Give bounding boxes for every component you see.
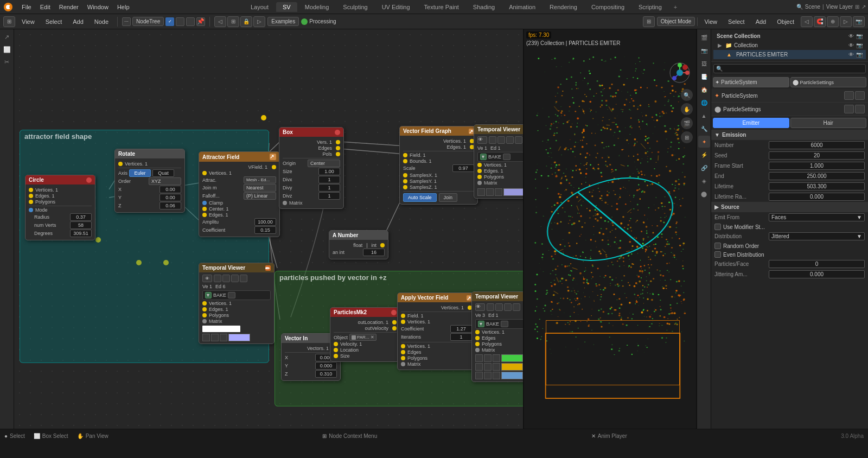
- tv3-color-blue[interactable]: [501, 372, 523, 379]
- tv2-eye[interactable]: 👁: [477, 136, 487, 144]
- viewport-snap[interactable]: 🧲: [814, 16, 826, 27]
- tv2-col-btn3[interactable]: [495, 188, 502, 196]
- rotate-node[interactable]: Rotate Vertices. 1 Axis Euler Quat Order…: [114, 149, 185, 213]
- sidebar-select[interactable]: ↗: [2, 31, 12, 42]
- tab-rendering[interactable]: Rendering: [543, 2, 584, 12]
- menu-window[interactable]: Window: [83, 2, 113, 12]
- tv3-btn2[interactable]: [495, 303, 503, 311]
- tv3-bake-btn[interactable]: [501, 321, 508, 327]
- tv3-btn4[interactable]: [513, 303, 520, 311]
- tab-sv[interactable]: SV: [276, 2, 297, 12]
- random-order-checkbox[interactable]: [714, 243, 721, 249]
- source-section-title[interactable]: ▶ Source: [711, 202, 868, 212]
- toolbar-select[interactable]: Select: [41, 17, 67, 27]
- node-editor[interactable]: attractor field shape Circle Vertices. 1…: [14, 29, 523, 429]
- pmk2-close[interactable]: [391, 310, 397, 315]
- prop-search-input[interactable]: 🔍: [713, 64, 866, 73]
- tv3-col-btn5[interactable]: [484, 363, 492, 371]
- viewport-nav-1[interactable]: ◁: [801, 16, 813, 27]
- nav-left[interactable]: ◁: [214, 16, 226, 27]
- rpanel-scene[interactable]: 🎬: [698, 31, 710, 43]
- tab-shading[interactable]: Shading: [467, 2, 501, 12]
- link-icon[interactable]: [176, 17, 184, 26]
- rpanel-material[interactable]: ⬤: [698, 188, 710, 200]
- coll-expand[interactable]: ▶: [717, 42, 723, 48]
- examples-btn[interactable]: Examples: [267, 17, 299, 26]
- tv1-col-btn1[interactable]: [202, 334, 210, 341]
- tv1-btn3[interactable]: [231, 275, 239, 282]
- tv3-col-btn9[interactable]: [493, 372, 500, 379]
- rpanel-output[interactable]: 🖼: [698, 58, 710, 69]
- a-number-node[interactable]: A Number float | int an int 16: [329, 230, 388, 259]
- tv2-col-btn1[interactable]: [477, 188, 485, 196]
- tv3-col-btn2[interactable]: [484, 354, 492, 362]
- rpanel-object[interactable]: ▲: [698, 110, 710, 122]
- pset-new-btn[interactable]: [844, 105, 854, 113]
- rpanel-physics[interactable]: ⚡: [698, 149, 710, 161]
- rpanel-particle[interactable]: ✦: [698, 136, 710, 148]
- tv3-color-green[interactable]: [501, 354, 523, 362]
- box-close[interactable]: [335, 130, 340, 135]
- viewport-camera[interactable]: 📷: [853, 16, 865, 27]
- particles-emiter-row[interactable]: ▲ PARTICLES EMITER 👁 📷: [713, 50, 866, 59]
- tv1-edit-icon[interactable]: ✏: [265, 265, 271, 271]
- tab-layout[interactable]: Layout: [244, 2, 275, 12]
- nav-camera-view[interactable]: 🎬: [681, 117, 693, 129]
- tv2-btn4[interactable]: [515, 136, 522, 144]
- emit-from-value[interactable]: Faces ▼: [769, 213, 865, 221]
- nav-right[interactable]: ▷: [253, 16, 265, 27]
- tv1-bake-btn[interactable]: [228, 292, 235, 298]
- nodetree-label[interactable]: NodeTree: [132, 17, 164, 26]
- attractor-field-node[interactable]: Attractor Field ↗ VField. 1 Vertices. 1 …: [199, 151, 280, 237]
- attractor-field-icon[interactable]: ↗: [270, 154, 276, 160]
- rpanel-constraints[interactable]: 🔗: [698, 162, 710, 174]
- tv3-eye[interactable]: 👁: [475, 303, 485, 311]
- particle-settings-tab[interactable]: ⬤ ParticleSettings: [790, 77, 867, 87]
- tab-scripting[interactable]: Scripting: [632, 2, 668, 12]
- nav-snap[interactable]: 🔒: [240, 16, 252, 27]
- tv2-btn3[interactable]: [506, 136, 514, 144]
- sidebar-lasso[interactable]: ✂: [2, 56, 12, 67]
- rpanel-modifier[interactable]: 🔧: [698, 123, 710, 135]
- temporal-viewer-2[interactable]: Temporal Viewer ✏ 👁 Ve 1: [474, 124, 523, 199]
- rpanel-data[interactable]: ◈: [698, 175, 710, 187]
- temporal-viewer-1[interactable]: Temporal Viewer ✏ 👁 Ve 1: [199, 263, 275, 344]
- rpanel-scene-props[interactable]: 🏠: [698, 84, 710, 96]
- ps-del-btn[interactable]: [855, 91, 865, 100]
- emitter-tab[interactable]: Emitter: [713, 118, 789, 128]
- editor-type-btn[interactable]: ⊞: [3, 16, 15, 27]
- tab-uv-editing[interactable]: UV Editing: [375, 2, 417, 12]
- viewport-view[interactable]: View: [700, 17, 722, 27]
- add-workspace-tab[interactable]: +: [669, 2, 681, 12]
- tv1-col-btn2[interactable]: [211, 334, 219, 341]
- object-mode-btn[interactable]: Object Mode: [657, 17, 695, 26]
- tv1-btn4[interactable]: [240, 275, 247, 282]
- apply-vector-field-node[interactable]: Apply Vector Field ↗ Vertices. 1 Field. …: [397, 292, 476, 370]
- rpanel-render[interactable]: 📷: [698, 44, 710, 56]
- toolbar-view[interactable]: View: [17, 17, 39, 27]
- pe-eye[interactable]: 👁: [848, 52, 854, 58]
- pmk2-object-field[interactable]: PAR... ✕: [349, 334, 376, 341]
- tv3-col-btn1[interactable]: [475, 354, 483, 362]
- tv2-btn1[interactable]: [489, 136, 496, 144]
- tv1-eye[interactable]: 👁: [202, 275, 212, 282]
- particle-system-tab[interactable]: ✦ ParticleSystem: [713, 77, 789, 87]
- distribution-value[interactable]: Jittered ▼: [769, 232, 865, 240]
- tab-compositing[interactable]: Compositing: [585, 2, 631, 12]
- coll-eye[interactable]: 👁: [848, 42, 854, 48]
- pmk2-clear[interactable]: ✕: [371, 335, 374, 340]
- tv1-btn1[interactable]: [214, 275, 221, 282]
- vfg-autoscale-btn[interactable]: Auto Scale: [403, 193, 437, 202]
- vector-field-graph-node[interactable]: Vector Field Graph ↗ Vertices. 1 Edges. …: [399, 126, 478, 205]
- viewport-object[interactable]: Object: [773, 17, 799, 27]
- toolbar-node[interactable]: Node: [90, 17, 113, 27]
- toolbar-add[interactable]: Add: [68, 17, 88, 27]
- box-node[interactable]: Box Vers. 1 Edges Pols OriginCenter Size…: [279, 127, 344, 209]
- nav-hand[interactable]: ✋: [681, 103, 693, 115]
- tv3-col-btn4[interactable]: [475, 363, 483, 371]
- tv3-col-btn8[interactable]: [484, 372, 492, 379]
- tab-sculpting[interactable]: Sculpting: [336, 2, 374, 12]
- tv2-col-btn2[interactable]: [486, 188, 494, 196]
- tv3-col-btn3[interactable]: [493, 354, 500, 362]
- tab-modeling[interactable]: Modeling: [298, 2, 336, 12]
